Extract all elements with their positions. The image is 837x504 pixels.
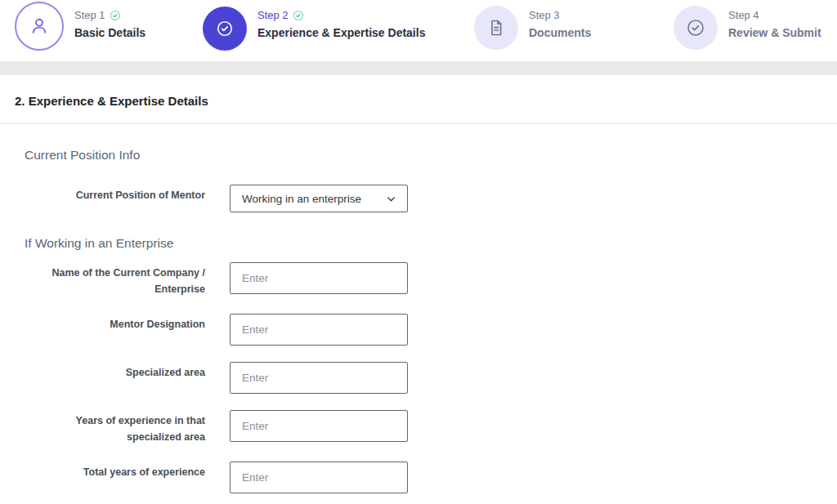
- step-1-title: Basic Details: [74, 26, 145, 39]
- current-position-select[interactable]: Working in an enterprise: [230, 185, 408, 212]
- years-specialized-input[interactable]: [230, 410, 408, 442]
- check-circle-icon: [203, 7, 247, 51]
- years-specialized-label: Years of experience in that specialized …: [34, 410, 205, 445]
- company-name-label: Name of the Current Company / Enterprise: [34, 262, 205, 297]
- document-icon: [474, 6, 518, 50]
- section-heading-current-position: Current Position Info: [25, 148, 837, 163]
- step-3-documents[interactable]: Step 3 Documents: [474, 0, 591, 50]
- section-heading-if-enterprise: If Working in an Enterprise: [25, 236, 837, 251]
- step-2-completed-check-icon: [293, 10, 304, 21]
- wizard-stepper: Step 1 Basic Details Step 2: [0, 0, 837, 61]
- field-row-specialized-area: Specialized area: [34, 362, 837, 394]
- total-years-input[interactable]: [230, 462, 408, 493]
- form-content: 2. Experience & Expertise Details Curren…: [0, 94, 837, 493]
- company-name-input[interactable]: [230, 262, 408, 294]
- field-row-total-years: Total years of experience: [34, 462, 837, 493]
- step-2-title: Experience & Expertise Details: [257, 26, 425, 39]
- mentor-designation-input[interactable]: [230, 314, 408, 346]
- person-icon: [15, 2, 64, 51]
- step-1-completed-check-icon: [110, 10, 121, 21]
- current-position-selected-value: Working in an enterprise: [242, 193, 361, 205]
- step-2-experience-details[interactable]: Step 2 Experience & Expertise Details: [203, 0, 425, 51]
- step-4-label: Step 4: [728, 9, 759, 21]
- step-4-title: Review & Submit: [728, 26, 821, 39]
- current-position-label: Current Position of Mentor: [34, 185, 205, 203]
- field-row-years-specialized: Years of experience in that specialized …: [34, 410, 837, 445]
- field-row-current-position: Current Position of Mentor Working in an…: [34, 185, 837, 212]
- step-1-label: Step 1: [74, 9, 105, 21]
- specialized-area-input[interactable]: [230, 362, 408, 394]
- chevron-down-icon: [386, 194, 396, 204]
- field-row-company-name: Name of the Current Company / Enterprise: [34, 262, 837, 297]
- header-separator-band: [0, 61, 837, 75]
- step-1-basic-details[interactable]: Step 1 Basic Details: [15, 0, 145, 51]
- step-3-title: Documents: [529, 26, 591, 39]
- page-title: 2. Experience & Expertise Details: [15, 94, 837, 109]
- field-row-mentor-designation: Mentor Designation: [34, 314, 837, 346]
- title-divider: [0, 123, 837, 124]
- step-4-review-submit[interactable]: Step 4 Review & Submit: [674, 0, 821, 50]
- total-years-label: Total years of experience: [34, 462, 205, 480]
- step-2-label: Step 2: [257, 9, 289, 21]
- step-3-label: Step 3: [529, 9, 560, 21]
- specialized-area-label: Specialized area: [34, 362, 205, 381]
- check-circle-icon: [674, 6, 718, 50]
- mentor-designation-label: Mentor Designation: [34, 314, 205, 332]
